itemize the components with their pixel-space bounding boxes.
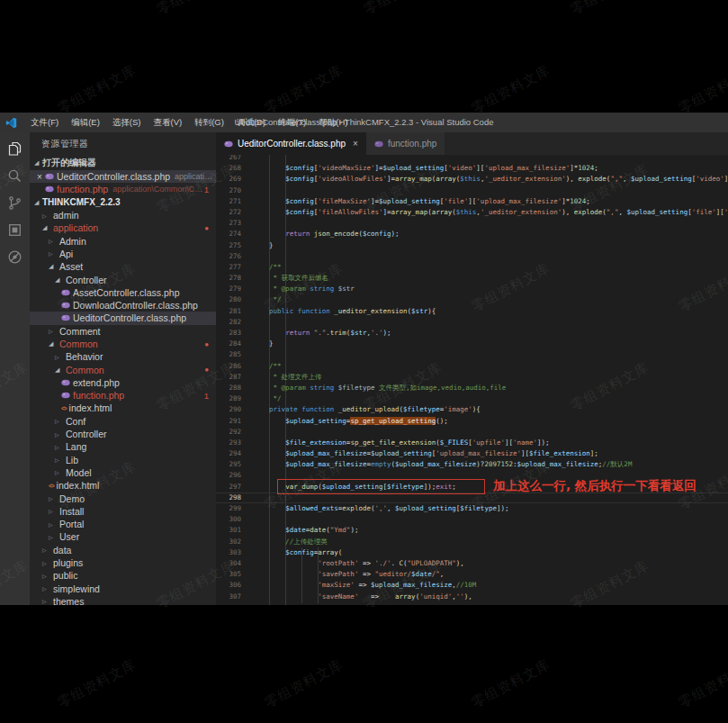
code-line-294[interactable]: 294 $upload_max_filesize=$upload_setting… — [216, 448, 728, 459]
tree-item-public[interactable]: ▷public — [30, 569, 216, 582]
tab-ueditorcontroller[interactable]: UeditorController.class.php × — [216, 132, 366, 155]
code-line-277[interactable]: 277 /** — [216, 262, 728, 273]
code-line-287[interactable]: 287 * 处理文件上传 — [216, 372, 728, 383]
code-line-278[interactable]: 278 * 获取文件后缀名 — [216, 273, 728, 284]
code-line-285[interactable]: 285 — [216, 349, 728, 360]
extensions-icon[interactable] — [7, 222, 22, 238]
tree-item-admin[interactable]: ▷admin — [30, 209, 216, 221]
code-line-282[interactable]: 282 — [216, 317, 728, 328]
tree-item-model[interactable]: ▷Model — [30, 466, 216, 479]
search-icon[interactable] — [7, 168, 22, 184]
tree-item-function-php[interactable]: function.php1 — [30, 389, 216, 402]
tree-root-folder[interactable]: ◢ THINKCMFX_2.2.3 — [30, 196, 216, 209]
code-line-270[interactable]: 270 — [216, 185, 728, 196]
tree-item-application[interactable]: ◢application● — [30, 221, 216, 234]
tree-item-label: application — [53, 222, 98, 233]
tree-item-lang[interactable]: ▷Lang — [30, 440, 216, 453]
tree-item-ueditorcontroller-class-php[interactable]: UeditorController.class.php — [30, 312, 216, 324]
code-line-293[interactable]: 293 $file_extension=sp_get_file_extensio… — [216, 438, 728, 448]
line-content: 'maxSize' => $upload_max_filesize,//10M — [253, 580, 476, 591]
vscode-window: 文件(F)编辑(E)选择(S)查看(V)转到(G)调试(D)终端(T)帮助(H)… — [0, 113, 728, 605]
code-line-289[interactable]: 289 */ — [216, 393, 728, 404]
tree-item-label: Demo — [59, 493, 85, 504]
tree-item-lib[interactable]: ▷Lib — [30, 454, 216, 466]
tree-item-api[interactable]: ▷Api — [30, 248, 216, 260]
code-line-302[interactable]: 302 //上传处理类 — [216, 537, 728, 547]
code-line-300[interactable]: 300 — [216, 514, 728, 525]
line-number: 270 — [216, 185, 253, 196]
code-line-306[interactable]: 306 'maxSize' => $upload_max_filesize,//… — [216, 580, 728, 591]
tree-item-install[interactable]: ▷Install — [30, 505, 216, 518]
code-line-292[interactable]: 292 — [216, 427, 728, 438]
menu-item[interactable]: 选择(S) — [106, 113, 148, 132]
open-editor-item[interactable]: ×UeditorController.class.phpapplication\… — [30, 170, 216, 183]
tree-item-label: plugins — [53, 557, 83, 568]
line-number: 276 — [216, 251, 253, 262]
tree-item-extend-php[interactable]: extend.php — [30, 376, 216, 389]
tree-item-label: Controller — [66, 429, 107, 439]
tree-item-demo[interactable]: ▷Demo — [30, 492, 216, 504]
tree-item-plugins[interactable]: ▷plugins — [30, 556, 216, 569]
code-line-279[interactable]: 279 * @param string $str — [216, 284, 728, 294]
tree-item-common[interactable]: ◢Common● — [30, 338, 216, 350]
tree-item-index-html[interactable]: <>index.html — [30, 402, 216, 414]
source-control-icon[interactable] — [7, 195, 22, 211]
close-icon[interactable]: × — [34, 172, 45, 182]
tree-item-common[interactable]: ◢Common● — [30, 363, 216, 375]
tree-item-themes[interactable]: ▷themes — [30, 595, 216, 605]
menu-item[interactable]: 查看(V) — [147, 113, 188, 132]
tree-item-behavior[interactable]: ▷Behavior — [30, 350, 216, 363]
code-line-269[interactable]: 269 $config['videoAllowFiles']=array_map… — [216, 174, 728, 185]
root-folder-label: THINKCMFX_2.2.3 — [42, 197, 121, 207]
tree-item-comment[interactable]: ▷Comment — [30, 325, 216, 338]
code-editor[interactable]: 267268 $config['videoMaxSize']=$upload_s… — [216, 155, 728, 605]
code-line-272[interactable]: 272 $config['fileAllowFiles']=array_map(… — [216, 207, 728, 218]
tree-item-label: themes — [53, 596, 84, 605]
code-line-275[interactable]: 275 } — [216, 240, 728, 251]
open-editor-item[interactable]: function.phpapplication\Common\Comm...1 — [30, 183, 216, 195]
code-line-281[interactable]: 281 public function _ueditor_extension($… — [216, 306, 728, 317]
code-line-274[interactable]: 274 return json_encode($config); — [216, 229, 728, 239]
code-line-276[interactable]: 276 — [216, 251, 728, 262]
tree-item-label: UeditorController.class.php — [73, 312, 186, 323]
tab-function[interactable]: function.php — [366, 132, 445, 155]
code-line-291[interactable]: 291 $upload_setting=sp_get_upload_settin… — [216, 416, 728, 427]
code-line-304[interactable]: 304 'rootPath' => './'. C("UPLOADPATH"), — [216, 558, 728, 569]
tree-item-user[interactable]: ▷User — [30, 530, 216, 543]
code-line-268[interactable]: 268 $config['videoMaxSize']=$upload_sett… — [216, 163, 728, 174]
code-line-273[interactable]: 273 — [216, 218, 728, 229]
tree-item-admin[interactable]: ▷Admin — [30, 234, 216, 247]
close-icon[interactable]: × — [353, 139, 358, 149]
debug-icon[interactable] — [7, 249, 22, 265]
menu-item[interactable]: 编辑(E) — [65, 113, 106, 132]
tree-item-downloadcontroller-class-php[interactable]: DownloadController.class.php — [30, 299, 216, 312]
tree-item-data[interactable]: ▷data — [30, 544, 216, 556]
tree-item-portal[interactable]: ▷Portal — [30, 518, 216, 530]
tree-item-conf[interactable]: ▷Conf — [30, 415, 216, 428]
code-line-303[interactable]: 303 $config=array( — [216, 547, 728, 558]
code-line-284[interactable]: 284 } — [216, 339, 728, 349]
explorer-icon[interactable] — [7, 141, 22, 157]
open-editors-header[interactable]: ◢ 打开的编辑器 — [30, 155, 216, 170]
tree-item-asset[interactable]: ◢Asset — [30, 260, 216, 273]
tree-item-controller[interactable]: ◢Controller — [30, 273, 216, 285]
menu-item[interactable]: 转到(G) — [188, 113, 230, 132]
line-content: 'rootPath' => './'. C("UPLOADPATH"), — [253, 558, 464, 569]
code-line-295[interactable]: 295 $upload_max_filesize=empty($upload_m… — [216, 459, 728, 470]
code-line-280[interactable]: 280 */ — [216, 294, 728, 305]
tree-item-index-html[interactable]: <>index.html — [30, 479, 216, 492]
code-line-307[interactable]: 307 'saveName' => array('uniqid',''), — [216, 592, 728, 602]
code-line-267[interactable]: 267 — [216, 155, 728, 163]
menu-item[interactable]: 文件(F) — [24, 113, 65, 132]
code-line-290[interactable]: 290 private function _ueditor_upload($fi… — [216, 404, 728, 415]
code-line-283[interactable]: 283 return ".".trim($str,'.'); — [216, 328, 728, 339]
code-line-286[interactable]: 286 /** — [216, 361, 728, 372]
tree-item-controller[interactable]: ▷Controller — [30, 428, 216, 440]
code-line-301[interactable]: 301 $date=date("Ymd"); — [216, 525, 728, 536]
code-line-299[interactable]: 299 $allowed_exts=explode(',', $upload_s… — [216, 503, 728, 514]
tree-item-simplewind[interactable]: ▷simplewind — [30, 583, 216, 595]
code-line-271[interactable]: 271 $config['fileMaxSize']=$upload_setti… — [216, 196, 728, 207]
code-line-305[interactable]: 305 'savePath' => "ueditor/$date/", — [216, 569, 728, 580]
tree-item-assetcontroller-class-php[interactable]: AssetController.class.php — [30, 286, 216, 299]
code-line-288[interactable]: 288 * @param string $filetype 文件类型,如imag… — [216, 383, 728, 393]
